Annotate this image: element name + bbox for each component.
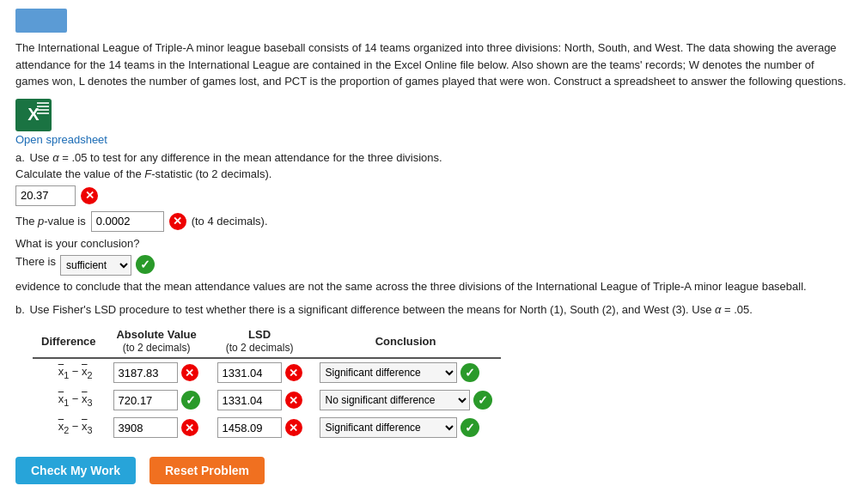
f-stat-input[interactable] [15, 185, 76, 206]
part-a-section: a. Use α = .05 to test for any differenc… [15, 151, 851, 293]
part-b-line1: b. Use Fisher's LSD procedure to test wh… [15, 301, 851, 319]
lsd-input-1[interactable] [217, 362, 282, 383]
abs-check-icon-2: ✓ [181, 391, 200, 410]
pvalue-input[interactable] [91, 211, 164, 232]
conclusion-check-2: ✓ [473, 391, 492, 410]
table-row: x2 − x3 ✕ ✕ Si [33, 414, 501, 441]
lsd-cell-2: ✕ [209, 386, 311, 414]
conclusion-suffix: evidence to conclude that the mean atten… [15, 280, 807, 293]
abs-cell-2: ✓ [105, 386, 209, 414]
part-b-section: b. Use Fisher's LSD procedure to test wh… [15, 301, 851, 442]
lsd-wrong-icon-3: ✕ [285, 419, 302, 436]
intro-text: The International League of Triple-A min… [15, 39, 851, 90]
f-stat-wrong-icon: ✕ [81, 187, 98, 204]
conclusion-prefix: There is [15, 255, 56, 268]
diff-cell-1: x1 − x2 [33, 358, 105, 386]
conclusion-check-3: ✓ [460, 418, 479, 437]
open-spreadsheet-link[interactable]: Open spreadsheet [15, 133, 107, 146]
abs-cell-3: ✕ [105, 414, 209, 441]
col-header-lsd: LSD(to 2 decimals) [209, 325, 311, 358]
conclusion-cell-3: Significant difference No significant di… [311, 414, 501, 441]
pvalue-text-2: (to 4 decimals). [192, 215, 268, 228]
lsd-input-2[interactable] [217, 390, 282, 410]
table-row: x1 − x2 ✕ ✕ Si [33, 358, 501, 386]
abs-cell-1: ✕ [105, 358, 209, 386]
conclusion-check-1: ✓ [460, 363, 479, 382]
diff-cell-3: x2 − x3 [33, 414, 105, 441]
lsd-wrong-icon-1: ✕ [285, 364, 302, 381]
f-stat-instruction: Calculate the value of the F-statistic (… [15, 167, 851, 180]
reset-problem-button[interactable]: Reset Problem [149, 457, 265, 484]
col-header-conclusion: Conclusion [311, 325, 501, 358]
part-b-label: b. [15, 303, 25, 316]
conclusion-select[interactable]: sufficient insufficient [60, 255, 131, 276]
conclusion-check-icon: ✓ [136, 255, 155, 274]
conclusion-cell-1: Significant difference No significant di… [311, 358, 501, 386]
table-row: x1 − x3 ✓ ✕ No [33, 386, 501, 414]
excel-icon: X [15, 99, 52, 131]
abs-input-2[interactable] [113, 390, 178, 410]
lsd-cell-1: ✕ [209, 358, 311, 386]
part-a-line1: a. Use α = .05 to test for any differenc… [15, 151, 851, 164]
bottom-buttons: Check My Work Reset Problem [15, 457, 851, 484]
abs-input-3[interactable] [113, 417, 178, 438]
conclusion-row: There is sufficient insufficient ✓ evide… [15, 255, 851, 293]
conclusion-cell-2: No significant difference Significant di… [311, 386, 501, 414]
conclusion-select-1[interactable]: Significant difference No significant di… [320, 362, 457, 383]
conclusion-select-2[interactable]: No significant difference Significant di… [320, 390, 470, 410]
lsd-input-3[interactable] [217, 417, 282, 438]
conclusion-select-3[interactable]: Significant difference No significant di… [320, 417, 457, 438]
col-header-diff: Difference [33, 325, 105, 358]
pvalue-row: The p-value is ✕ (to 4 decimals). [15, 211, 851, 232]
excel-row: X [15, 99, 851, 131]
part-a-label: a. [15, 151, 25, 164]
pvalue-text-1: The p-value is [15, 215, 86, 228]
diff-cell-2: x1 − x3 [33, 386, 105, 414]
pvalue-wrong-icon: ✕ [169, 213, 186, 230]
abs-input-1[interactable] [113, 362, 178, 383]
abs-wrong-icon-3: ✕ [181, 419, 198, 436]
lsd-cell-3: ✕ [209, 414, 311, 441]
col-header-abs: Absolute Value(to 2 decimals) [105, 325, 209, 358]
f-symbol: F [144, 167, 151, 180]
abs-wrong-icon-1: ✕ [181, 364, 198, 381]
top-bar [15, 9, 67, 33]
f-stat-row: ✕ [15, 185, 851, 206]
lsd-wrong-icon-2: ✕ [285, 392, 302, 409]
fisher-table: Difference Absolute Value(to 2 decimals)… [33, 325, 501, 441]
check-my-work-button[interactable]: Check My Work [15, 457, 136, 484]
conclusion-question: What is your conclusion? [15, 237, 851, 250]
excel-icon-lines [37, 102, 49, 114]
alpha-symbol: α [52, 151, 58, 164]
